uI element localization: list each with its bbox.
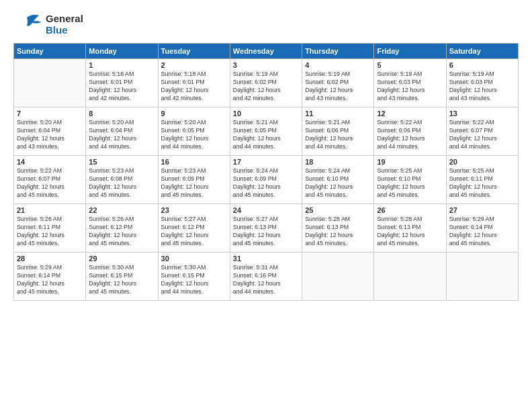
day-number: 20 (449, 158, 515, 166)
calendar-cell: 18Sunrise: 5:24 AM Sunset: 6:10 PM Dayli… (302, 156, 374, 204)
day-info: Sunrise: 5:19 AM Sunset: 6:03 PM Dayligh… (449, 71, 515, 103)
day-info: Sunrise: 5:20 AM Sunset: 6:05 PM Dayligh… (161, 119, 227, 151)
day-info: Sunrise: 5:20 AM Sunset: 6:04 PM Dayligh… (17, 119, 83, 151)
day-number: 23 (161, 206, 227, 214)
day-number: 26 (377, 206, 443, 214)
calendar-week-3: 14Sunrise: 5:22 AM Sunset: 6:07 PM Dayli… (14, 156, 519, 204)
calendar-cell: 14Sunrise: 5:22 AM Sunset: 6:07 PM Dayli… (14, 156, 86, 204)
day-info: Sunrise: 5:24 AM Sunset: 6:10 PM Dayligh… (305, 167, 371, 199)
day-number: 3 (233, 61, 299, 69)
calendar-cell (302, 253, 374, 301)
day-info: Sunrise: 5:23 AM Sunset: 6:08 PM Dayligh… (89, 167, 154, 199)
calendar-cell: 26Sunrise: 5:28 AM Sunset: 6:13 PM Dayli… (374, 204, 446, 253)
logo-line1: General (46, 13, 83, 24)
day-number: 5 (377, 61, 443, 69)
day-info: Sunrise: 5:24 AM Sunset: 6:09 PM Dayligh… (233, 167, 299, 199)
day-number: 9 (161, 109, 227, 118)
day-header-monday: Monday (86, 44, 158, 59)
logo-icon (13, 12, 42, 36)
day-info: Sunrise: 5:30 AM Sunset: 6:15 PM Dayligh… (89, 264, 154, 296)
calendar-cell (446, 253, 518, 301)
day-info: Sunrise: 5:19 AM Sunset: 6:02 PM Dayligh… (305, 71, 371, 103)
calendar-week-4: 21Sunrise: 5:26 AM Sunset: 6:11 PM Dayli… (14, 204, 519, 253)
day-info: Sunrise: 5:22 AM Sunset: 6:07 PM Dayligh… (17, 167, 83, 199)
calendar-cell: 11Sunrise: 5:21 AM Sunset: 6:06 PM Dayli… (302, 107, 374, 156)
calendar-cell (14, 59, 86, 107)
day-info: Sunrise: 5:25 AM Sunset: 6:11 PM Dayligh… (449, 167, 515, 199)
calendar-cell: 10Sunrise: 5:21 AM Sunset: 6:05 PM Dayli… (230, 107, 302, 156)
day-number: 24 (233, 206, 299, 214)
calendar-cell: 4Sunrise: 5:19 AM Sunset: 6:02 PM Daylig… (302, 59, 374, 107)
calendar-cell: 5Sunrise: 5:19 AM Sunset: 6:03 PM Daylig… (374, 59, 446, 107)
day-info: Sunrise: 5:26 AM Sunset: 6:12 PM Dayligh… (89, 216, 154, 248)
calendar-cell (374, 253, 446, 301)
day-info: Sunrise: 5:30 AM Sunset: 6:15 PM Dayligh… (161, 264, 227, 296)
calendar-week-2: 7Sunrise: 5:20 AM Sunset: 6:04 PM Daylig… (14, 107, 519, 156)
day-number: 11 (305, 109, 371, 118)
day-number: 19 (377, 158, 443, 166)
calendar-week-1: 1Sunrise: 5:18 AM Sunset: 6:01 PM Daylig… (14, 59, 519, 107)
calendar-cell: 1Sunrise: 5:18 AM Sunset: 6:01 PM Daylig… (86, 59, 158, 107)
calendar-cell: 22Sunrise: 5:26 AM Sunset: 6:12 PM Dayli… (86, 204, 158, 253)
day-info: Sunrise: 5:23 AM Sunset: 6:09 PM Dayligh… (161, 167, 227, 199)
calendar-cell: 17Sunrise: 5:24 AM Sunset: 6:09 PM Dayli… (230, 156, 302, 204)
calendar-cell: 23Sunrise: 5:27 AM Sunset: 6:12 PM Dayli… (158, 204, 230, 253)
day-info: Sunrise: 5:26 AM Sunset: 6:11 PM Dayligh… (17, 216, 83, 248)
calendar-cell: 25Sunrise: 5:28 AM Sunset: 6:13 PM Dayli… (302, 204, 374, 253)
day-header-friday: Friday (374, 44, 446, 59)
day-info: Sunrise: 5:27 AM Sunset: 6:13 PM Dayligh… (233, 216, 299, 248)
logo-line2: Blue (46, 24, 83, 36)
day-number: 28 (17, 255, 83, 263)
calendar-cell: 15Sunrise: 5:23 AM Sunset: 6:08 PM Dayli… (86, 156, 158, 204)
day-header-thursday: Thursday (302, 44, 374, 59)
day-info: Sunrise: 5:20 AM Sunset: 6:04 PM Dayligh… (89, 119, 154, 151)
logo: GeneralBlue (13, 12, 83, 36)
calendar-cell: 9Sunrise: 5:20 AM Sunset: 6:05 PM Daylig… (158, 107, 230, 156)
calendar-cell: 19Sunrise: 5:25 AM Sunset: 6:10 PM Dayli… (374, 156, 446, 204)
day-number: 18 (305, 158, 371, 166)
day-number: 31 (233, 255, 299, 263)
calendar-cell: 3Sunrise: 5:19 AM Sunset: 6:02 PM Daylig… (230, 59, 302, 107)
calendar-week-5: 28Sunrise: 5:29 AM Sunset: 6:14 PM Dayli… (14, 253, 519, 301)
day-number: 16 (161, 158, 227, 166)
calendar-cell: 12Sunrise: 5:22 AM Sunset: 6:06 PM Dayli… (374, 107, 446, 156)
day-info: Sunrise: 5:19 AM Sunset: 6:03 PM Dayligh… (377, 71, 443, 103)
calendar-cell: 7Sunrise: 5:20 AM Sunset: 6:04 PM Daylig… (14, 107, 86, 156)
day-info: Sunrise: 5:25 AM Sunset: 6:10 PM Dayligh… (377, 167, 443, 199)
day-info: Sunrise: 5:29 AM Sunset: 6:14 PM Dayligh… (449, 216, 515, 248)
calendar-cell: 31Sunrise: 5:31 AM Sunset: 6:16 PM Dayli… (230, 253, 302, 301)
day-info: Sunrise: 5:28 AM Sunset: 6:13 PM Dayligh… (377, 216, 443, 248)
day-info: Sunrise: 5:22 AM Sunset: 6:07 PM Dayligh… (449, 119, 515, 151)
calendar-cell: 6Sunrise: 5:19 AM Sunset: 6:03 PM Daylig… (446, 59, 518, 107)
day-info: Sunrise: 5:18 AM Sunset: 6:01 PM Dayligh… (161, 71, 227, 103)
calendar-table: SundayMondayTuesdayWednesdayThursdayFrid… (13, 43, 519, 301)
calendar-cell: 28Sunrise: 5:29 AM Sunset: 6:14 PM Dayli… (14, 253, 86, 301)
calendar-cell: 30Sunrise: 5:30 AM Sunset: 6:15 PM Dayli… (158, 253, 230, 301)
day-info: Sunrise: 5:21 AM Sunset: 6:06 PM Dayligh… (305, 119, 371, 151)
day-number: 29 (89, 255, 154, 263)
day-number: 1 (89, 61, 154, 69)
day-info: Sunrise: 5:31 AM Sunset: 6:16 PM Dayligh… (233, 264, 299, 296)
day-number: 12 (377, 109, 443, 118)
day-number: 6 (449, 61, 515, 69)
day-number: 25 (305, 206, 371, 214)
day-info: Sunrise: 5:28 AM Sunset: 6:13 PM Dayligh… (305, 216, 371, 248)
day-number: 14 (17, 158, 83, 166)
day-number: 15 (89, 158, 154, 166)
calendar-cell: 21Sunrise: 5:26 AM Sunset: 6:11 PM Dayli… (14, 204, 86, 253)
day-info: Sunrise: 5:19 AM Sunset: 6:02 PM Dayligh… (233, 71, 299, 103)
day-number: 17 (233, 158, 299, 166)
day-info: Sunrise: 5:27 AM Sunset: 6:12 PM Dayligh… (161, 216, 227, 248)
day-number: 8 (89, 109, 154, 118)
day-header-sunday: Sunday (14, 44, 86, 59)
calendar-cell: 24Sunrise: 5:27 AM Sunset: 6:13 PM Dayli… (230, 204, 302, 253)
day-number: 30 (161, 255, 227, 263)
calendar-cell: 20Sunrise: 5:25 AM Sunset: 6:11 PM Dayli… (446, 156, 518, 204)
day-number: 22 (89, 206, 154, 214)
calendar-cell: 2Sunrise: 5:18 AM Sunset: 6:01 PM Daylig… (158, 59, 230, 107)
day-number: 21 (17, 206, 83, 214)
day-number: 7 (17, 109, 83, 118)
day-info: Sunrise: 5:29 AM Sunset: 6:14 PM Dayligh… (17, 264, 83, 296)
day-number: 10 (233, 109, 299, 118)
day-number: 2 (161, 61, 227, 69)
